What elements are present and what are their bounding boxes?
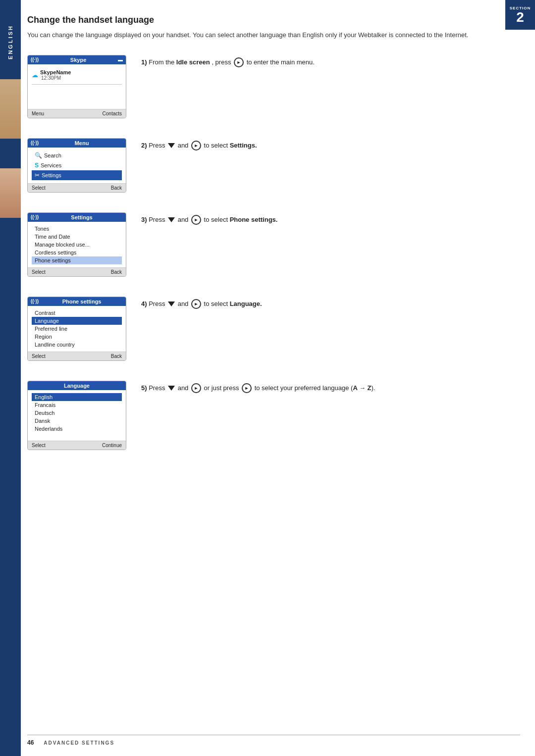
step-2-bold: Settings. bbox=[230, 142, 257, 149]
step-4-screen: ((·)) Phone settings Contrast Language P… bbox=[27, 297, 126, 361]
step-3-desc: 3) Press and ► to select Phone settings. bbox=[141, 212, 520, 225]
nav-circle-icon-1: ► bbox=[234, 57, 244, 67]
step-4-desc: 4) Press and ► to select Language. bbox=[141, 297, 520, 309]
sidebar-photo-1 bbox=[0, 79, 21, 139]
step-1-screen-body: ☁ SkypeName 12:30PM bbox=[28, 64, 126, 109]
phone-item-language: Language bbox=[32, 317, 122, 325]
sidebar-photo-2 bbox=[0, 168, 21, 218]
signal-icon-3: ((·)) bbox=[31, 214, 39, 220]
lang-item-dansk: Dansk bbox=[32, 417, 122, 425]
lang-header-title: Language bbox=[64, 383, 90, 389]
settings-item-blocked: Manage blocked use... bbox=[32, 241, 122, 249]
settings-item-cordless: Cordless settings bbox=[32, 249, 122, 256]
settings-item-phone: Phone settings bbox=[32, 256, 122, 264]
step-5-row: Language English Francais Deutsch Dansk … bbox=[27, 381, 520, 450]
phone-item-region: Region bbox=[32, 333, 122, 341]
sidebar-language-label: ENGLISH bbox=[7, 25, 13, 59]
step-5-desc: 5) Press and ► or just press ► to select… bbox=[141, 381, 520, 394]
skype-name-row: ☁ SkypeName 12:30PM bbox=[32, 67, 122, 83]
step-2-screen-header: ((·)) Menu bbox=[28, 139, 126, 148]
step-3-text-after: to select bbox=[204, 216, 230, 223]
nav-circle-icon-5a: ► bbox=[191, 383, 201, 393]
step-5-screen-header: Language bbox=[28, 381, 126, 390]
lang-spacer bbox=[32, 433, 122, 438]
step-1-text-after: , press bbox=[212, 58, 233, 66]
step-4-screen-title: Phone settings bbox=[41, 299, 123, 304]
phone-item-preferred: Preferred line bbox=[32, 325, 122, 333]
nav-circle-icon-5b: ► bbox=[242, 383, 252, 393]
main-content: Change the handset language You can chan… bbox=[27, 0, 520, 490]
menu-label-settings: Settings bbox=[42, 172, 61, 178]
step-2-row: ((·)) Menu 🔍 Search S Services ✂ Setting… bbox=[27, 138, 520, 193]
page-footer: 46 ADVANCED SETTINGS bbox=[27, 735, 520, 746]
footer-select-3: Select bbox=[32, 269, 46, 275]
step-2-text-after: to select bbox=[204, 142, 230, 149]
step-5-bold: A → Z bbox=[353, 384, 371, 392]
step-2-screen-body: 🔍 Search S Services ✂ Settings bbox=[28, 148, 126, 183]
nav-down-arrow-4 bbox=[168, 302, 175, 306]
nav-circle-icon-2: ► bbox=[191, 141, 201, 151]
step-2-screen: ((·)) Menu 🔍 Search S Services ✂ Setting… bbox=[27, 138, 126, 193]
step-4-screen-header: ((·)) Phone settings bbox=[28, 297, 126, 306]
menu-item-services: S Services bbox=[32, 160, 122, 170]
step-5-or: or just press bbox=[204, 384, 241, 392]
battery-icon: ▬ bbox=[118, 57, 123, 62]
step-3-screen-title: Settings bbox=[41, 214, 123, 220]
step-4-screen-body: Contrast Language Preferred line Region … bbox=[28, 306, 126, 352]
step-3-and: and bbox=[178, 216, 190, 223]
settings-item-tones: Tones bbox=[32, 225, 122, 233]
step-2-number: 2) bbox=[141, 142, 147, 149]
step-1-bold: Idle screen bbox=[176, 58, 210, 66]
step-1-row: ((·)) Skype ▬ ☁ SkypeName 12:30PM Menu C… bbox=[27, 55, 520, 118]
step-1-screen-footer: Menu Contacts bbox=[28, 109, 126, 118]
step-4-screen-footer: Select Back bbox=[28, 352, 126, 360]
footer-back-4: Back bbox=[111, 353, 122, 359]
settings-icon: ✂ bbox=[35, 172, 40, 179]
step-4-number: 4) bbox=[141, 300, 147, 307]
menu-label-search: Search bbox=[44, 152, 61, 158]
screen-divider bbox=[32, 84, 122, 85]
step-1-desc: 1) From the Idle screen , press ► to ent… bbox=[141, 55, 520, 68]
phone-item-landline: Landline country bbox=[32, 341, 122, 349]
step-3-text-before: Press bbox=[149, 216, 167, 223]
step-5-and: and bbox=[178, 384, 190, 392]
nav-circle-icon-4: ► bbox=[191, 299, 201, 309]
footer-back-2: Back bbox=[111, 185, 122, 191]
step-3-number: 3) bbox=[141, 216, 147, 223]
step-2-desc: 2) Press and ► to select Settings. bbox=[141, 138, 520, 151]
step-4-row: ((·)) Phone settings Contrast Language P… bbox=[27, 297, 520, 361]
skype-time: 12:30PM bbox=[40, 75, 71, 81]
page-title: Change the handset language bbox=[27, 15, 520, 25]
skype-name: SkypeName bbox=[40, 69, 71, 75]
signal-icon: ((·)) bbox=[31, 57, 39, 62]
settings-list-4: Contrast Language Preferred line Region … bbox=[32, 309, 122, 349]
step-5-text-before: Press bbox=[149, 384, 167, 392]
step-4-and: and bbox=[178, 300, 190, 307]
step-1-number: 1) bbox=[141, 58, 147, 66]
step-4-text-after: to select bbox=[204, 300, 230, 307]
signal-icon-2: ((·)) bbox=[31, 140, 39, 146]
nav-circle-icon-3: ► bbox=[191, 215, 201, 225]
footer-section-label: ADVANCED SETTINGS bbox=[44, 740, 114, 746]
footer-menu: Menu bbox=[32, 111, 44, 116]
nav-down-arrow-5 bbox=[168, 386, 175, 391]
step-2-screen-footer: Select Back bbox=[28, 183, 126, 192]
step-1-text-before: From the bbox=[149, 58, 176, 66]
menu-item-settings: ✂ Settings bbox=[32, 170, 122, 180]
footer-continue-5: Continue bbox=[102, 443, 122, 448]
step-5-screen: Language English Francais Deutsch Dansk … bbox=[27, 381, 126, 450]
step-3-screen-footer: Select Back bbox=[28, 267, 126, 276]
step-3-screen-header: ((·)) Settings bbox=[28, 213, 126, 222]
step-4-bold: Language. bbox=[230, 300, 262, 307]
settings-list-3: Tones Time and Date Manage blocked use..… bbox=[32, 225, 122, 264]
step-1-screen: ((·)) Skype ▬ ☁ SkypeName 12:30PM Menu C… bbox=[27, 55, 126, 118]
section-badge: SECTION 2 bbox=[505, 0, 535, 30]
lang-item-english: English bbox=[32, 393, 122, 401]
search-icon: 🔍 bbox=[35, 152, 42, 159]
footer-select-5: Select bbox=[32, 443, 46, 448]
lang-item-nederlands: Nederlands bbox=[32, 425, 122, 433]
step-5-text-after: to select your preferred language (A → Z… bbox=[255, 384, 375, 392]
step-4-text-before: Press bbox=[149, 300, 167, 307]
footer-contacts: Contacts bbox=[103, 111, 122, 116]
lang-item-deutsch: Deutsch bbox=[32, 409, 122, 417]
